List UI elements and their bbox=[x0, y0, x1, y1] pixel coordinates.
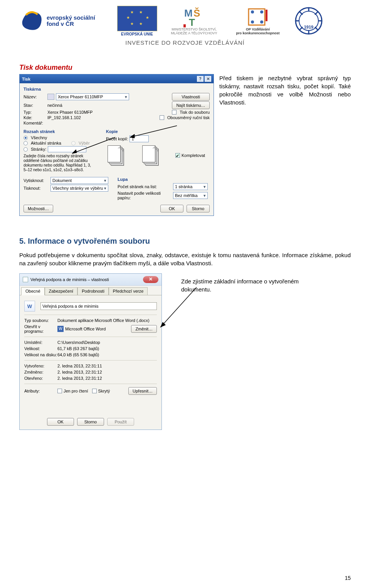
properties-dialog: Veřejná podpora a de minimis – vlastnost… bbox=[19, 273, 162, 430]
label-type: Typ: bbox=[24, 110, 46, 115]
radio-pages[interactable] bbox=[24, 147, 28, 152]
chevron-down-icon: ▾ bbox=[204, 184, 206, 189]
help-icon[interactable]: ? bbox=[197, 76, 204, 82]
cancel-button[interactable]: Storno bbox=[187, 205, 210, 212]
zoom-scale-label: Nastavit podle velikosti papíru: bbox=[118, 191, 172, 200]
svg-point-6 bbox=[260, 10, 263, 13]
advanced-button[interactable]: Upřesnit… bbox=[128, 387, 157, 395]
properties-titlebar: Veřejná podpora a de minimis – vlastnost… bbox=[20, 274, 161, 286]
print-dialog: Tisk ? ✕ Tiskárna Název: Xerox Phaser 61… bbox=[19, 74, 214, 216]
properties-title-text: Veřejná podpora a de minimis – vlastnost… bbox=[30, 277, 109, 282]
printer-name-combo[interactable]: Xerox Phaser 6110MFP ▾ bbox=[56, 93, 129, 100]
zoom-scale-combo[interactable]: Bez měřítka▾ bbox=[173, 192, 208, 199]
value-openwith: Microsoft Office Word bbox=[65, 327, 106, 331]
tab-details[interactable]: Podrobnosti bbox=[77, 287, 109, 295]
chevron-down-icon: ▾ bbox=[125, 94, 127, 99]
zoom-pages-value: 1 stránka bbox=[175, 184, 192, 189]
svg-line-18 bbox=[315, 12, 318, 15]
esf-text: evropský sociální fond v ČR bbox=[47, 14, 95, 27]
zoom-pages-combo[interactable]: 1 stránka▾ bbox=[173, 183, 208, 190]
radio-pages-label: Stránky: bbox=[31, 147, 46, 152]
filename-input[interactable]: Veřejná podpora a de minimis bbox=[40, 302, 157, 310]
msmt-line1: MINISTERSTVO ŠKOLSTVÍ, bbox=[172, 27, 217, 31]
eu-text: EVROPSKÁ UNIE bbox=[121, 32, 153, 36]
label-filetype: Typ souboru: bbox=[24, 318, 57, 323]
zoom-scale-value: Bez měřítka bbox=[175, 193, 198, 198]
value-modified: 2. ledna 2013, 22:31:12 bbox=[57, 370, 157, 374]
label-accessed: Otevřeno: bbox=[24, 376, 57, 381]
value-size: 61,7 kB (63 267 bajtů) bbox=[57, 346, 157, 351]
props-ok-button[interactable]: OK bbox=[47, 418, 74, 426]
printsel-value: Všechny stránky ve výběru bbox=[52, 186, 103, 190]
state-value: nečinná bbox=[47, 103, 62, 108]
radio-all[interactable] bbox=[24, 136, 28, 140]
collate-label: Kompletovat bbox=[182, 153, 205, 158]
document-icon bbox=[23, 277, 28, 282]
radio-all-label: Všechny bbox=[31, 135, 47, 140]
printer-section-label: Tiskárna bbox=[24, 87, 210, 91]
find-printer-button[interactable]: Najít tiskárnu… bbox=[172, 101, 210, 109]
op-line2: pro konkurenceschopnost bbox=[236, 31, 279, 35]
svg-marker-22 bbox=[72, 150, 77, 153]
label-openwith: Otevřít v programu: bbox=[24, 324, 57, 334]
close-icon[interactable]: ✕ bbox=[205, 76, 211, 82]
duplex-checkbox[interactable] bbox=[160, 115, 164, 120]
label-attributes: Atributy: bbox=[24, 389, 57, 393]
print-dialog-titlebar: Tisk ? ✕ bbox=[20, 74, 214, 83]
svg-marker-26 bbox=[160, 322, 166, 327]
svg-rect-3 bbox=[183, 24, 186, 27]
properties-caption: Zde zjistíme základní informace o vytvoř… bbox=[181, 277, 320, 293]
arrow-annotation-2 bbox=[128, 125, 178, 140]
arrow-annotation-3 bbox=[158, 285, 200, 331]
svg-line-25 bbox=[160, 287, 197, 327]
label-comment: Komentář: bbox=[24, 121, 46, 125]
label-location: Umístění: bbox=[24, 340, 57, 345]
value-created: 2. ledna 2013, 22:31:11 bbox=[57, 364, 157, 368]
readonly-checkbox[interactable] bbox=[57, 389, 62, 393]
value-sizedisk: 64,0 kB (65 536 bajtů) bbox=[57, 352, 157, 357]
value-filetype: Dokument aplikace Microsoft Office Word … bbox=[57, 318, 157, 323]
tab-general[interactable]: Obecné bbox=[21, 287, 45, 295]
svg-marker-24 bbox=[130, 134, 135, 138]
close-icon[interactable]: ✕ bbox=[143, 276, 158, 283]
printwhat-label: Vytisknout: bbox=[24, 178, 49, 183]
svg-point-7 bbox=[251, 20, 254, 24]
chevron-down-icon: ▾ bbox=[104, 186, 106, 191]
svg-line-23 bbox=[130, 126, 177, 137]
print-to-file-checkbox[interactable] bbox=[172, 110, 177, 115]
options-button[interactable]: Možnosti… bbox=[24, 205, 53, 212]
tab-previous[interactable]: Předchozí verze bbox=[109, 287, 148, 295]
printsel-label: Tisknout: bbox=[24, 186, 49, 190]
ok-button[interactable]: OK bbox=[160, 205, 183, 212]
tab-security[interactable]: Zabezpečení bbox=[45, 287, 78, 295]
properties-button[interactable]: Vlastnosti bbox=[172, 93, 210, 101]
svg-text:T: T bbox=[189, 17, 195, 27]
msmt-logo: M Š T MINISTERSTVO ŠKOLSTVÍ, MLÁDEŽE A T… bbox=[166, 4, 222, 38]
printer-icon bbox=[47, 94, 54, 100]
op-logo: OP Vzdělávání pro konkurenceschopnost bbox=[229, 4, 287, 38]
printsel-combo[interactable]: Všechny stránky ve výběru▾ bbox=[50, 185, 108, 192]
label-size: Velikost: bbox=[24, 346, 57, 351]
svg-line-21 bbox=[72, 137, 115, 153]
props-apply-button: Použít bbox=[107, 418, 134, 426]
collate-checkbox[interactable]: ✔ bbox=[175, 153, 180, 158]
chevron-down-icon: ▾ bbox=[204, 193, 206, 198]
label-created: Vytvořeno: bbox=[24, 364, 57, 368]
word-app-icon: W bbox=[57, 326, 64, 332]
svg-line-17 bbox=[315, 27, 318, 30]
radio-current[interactable] bbox=[24, 141, 28, 145]
label-where: Kde: bbox=[24, 115, 46, 120]
svg-point-5 bbox=[251, 10, 254, 13]
printwhat-combo[interactable]: Dokument▾ bbox=[50, 177, 108, 184]
change-button[interactable]: Změnit… bbox=[131, 325, 157, 333]
heading-section-5: 5. Informace o vytvořeném souboru bbox=[19, 237, 351, 246]
svg-rect-9 bbox=[266, 10, 267, 21]
printwhat-value: Dokument bbox=[52, 178, 72, 183]
range-section-label: Rozsah stránek bbox=[24, 129, 101, 134]
svg-line-16 bbox=[299, 12, 303, 15]
chevron-down-icon: ▾ bbox=[104, 178, 106, 183]
hidden-checkbox[interactable] bbox=[92, 389, 97, 393]
where-value: IP_192.168.1.102 bbox=[47, 115, 81, 120]
props-cancel-button[interactable]: Storno bbox=[77, 418, 104, 426]
esf-logo: evropský sociální fond v ČR bbox=[19, 4, 108, 38]
